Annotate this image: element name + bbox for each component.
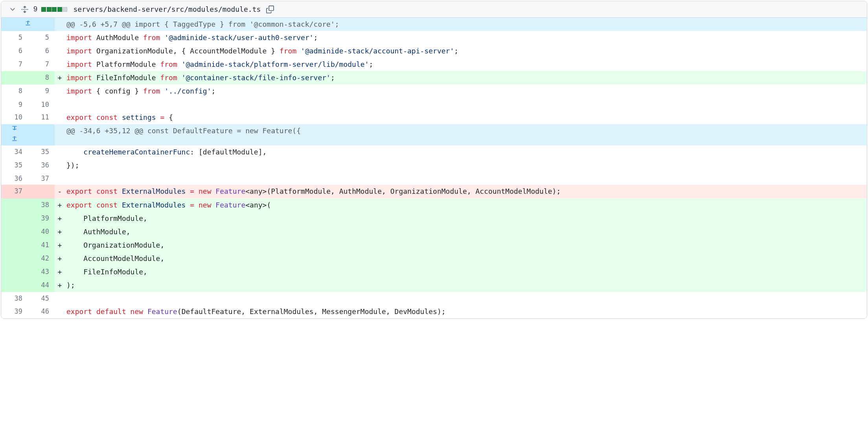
svg-point-6 — [13, 126, 14, 127]
copy-path-icon[interactable] — [266, 6, 274, 13]
line-number-old[interactable]: 38 — [1, 292, 28, 305]
svg-point-13 — [15, 140, 16, 141]
code-content[interactable]: FileInfoModule, — [65, 265, 867, 279]
svg-point-1 — [27, 25, 28, 26]
diff-line-addition: 38+export const ExternalModules = new Fe… — [1, 198, 867, 212]
code-content[interactable]: AccountModelModule, — [65, 252, 867, 265]
code-content[interactable]: }); — [65, 159, 867, 172]
line-number-new[interactable]: 6 — [28, 44, 55, 58]
hunk-header: @@ -34,6 +35,12 @@ const DefaultFeature … — [1, 124, 867, 135]
line-number-new[interactable]: 36 — [28, 159, 55, 172]
diff-marker: + — [55, 239, 65, 252]
svg-point-5 — [13, 126, 13, 127]
diff-table: @@ -5,6 +5,7 @@ import { TaggedType } fr… — [1, 18, 867, 318]
expand-up-button[interactable] — [1, 18, 55, 31]
diff-line-context: 1011export const settings = { — [1, 111, 867, 124]
line-number-new[interactable]: 41 — [28, 239, 55, 252]
diff-line-context: 910 — [1, 98, 867, 111]
line-number-new[interactable]: 35 — [28, 145, 55, 159]
line-number-new[interactable]: 38 — [28, 198, 55, 212]
diff-line-addition: 44+); — [1, 279, 867, 292]
diff-bar-add — [57, 7, 62, 12]
line-number-new[interactable]: 45 — [28, 292, 55, 305]
line-number-old[interactable]: 39 — [1, 305, 28, 318]
svg-point-4 — [29, 25, 30, 26]
code-content[interactable]: export const ExternalModules = new Featu… — [65, 185, 867, 198]
code-content[interactable]: export default new Feature(DefaultFeatur… — [65, 305, 867, 318]
code-content[interactable]: export const ExternalModules = new Featu… — [65, 198, 867, 212]
line-number-old[interactable]: 36 — [1, 172, 28, 185]
code-content[interactable]: AuthModule, — [65, 225, 867, 239]
diff-line-deletion: 37-export const ExternalModules = new Fe… — [1, 185, 867, 198]
diff-line-context: 77import PlatformModule from '@adminide-… — [1, 58, 867, 71]
file-path[interactable]: servers/backend-server/src/modules/modul… — [74, 5, 261, 13]
line-number-old[interactable]: 35 — [1, 159, 28, 172]
line-number-new[interactable]: 10 — [28, 98, 55, 111]
line-number-old[interactable] — [1, 225, 28, 239]
diff-marker: + — [55, 71, 65, 85]
svg-point-11 — [13, 140, 14, 141]
diff-marker — [55, 111, 65, 124]
code-content[interactable]: import FileInfoModule from '@container-s… — [65, 71, 867, 85]
line-number-old[interactable] — [1, 71, 28, 85]
expand-down-button[interactable] — [1, 124, 28, 135]
line-number-new[interactable]: 42 — [28, 252, 55, 265]
chevron-down-icon[interactable] — [9, 6, 16, 13]
line-number-new[interactable] — [28, 185, 55, 198]
line-number-old[interactable]: 6 — [1, 44, 28, 58]
diff-line-context: 89import { config } from '../config'; — [1, 85, 867, 98]
code-content[interactable] — [65, 98, 867, 111]
code-content[interactable] — [65, 172, 867, 185]
code-content[interactable]: import AuthModule from '@adminide-stack/… — [65, 31, 867, 44]
line-number-old[interactable] — [1, 265, 28, 279]
line-number-new[interactable]: 8 — [28, 71, 55, 85]
line-number-old[interactable]: 9 — [1, 98, 28, 111]
svg-point-2 — [28, 25, 28, 26]
code-content[interactable]: import { config } from '../config'; — [65, 85, 867, 98]
code-content[interactable]: OrganizationModule, — [65, 239, 867, 252]
line-number-old[interactable] — [1, 239, 28, 252]
code-content[interactable]: ); — [65, 279, 867, 292]
diff-line-count: 9 — [33, 5, 37, 13]
diff-marker: + — [55, 252, 65, 265]
line-number-old[interactable] — [1, 198, 28, 212]
line-number-old[interactable] — [1, 279, 28, 292]
line-number-new[interactable]: 37 — [28, 172, 55, 185]
line-number-old[interactable]: 10 — [1, 111, 28, 124]
line-number-old[interactable]: 37 — [1, 185, 28, 198]
svg-point-10 — [13, 140, 13, 141]
line-number-old[interactable]: 8 — [1, 85, 28, 98]
code-content[interactable]: export const settings = { — [65, 111, 867, 124]
expand-file-icon[interactable] — [21, 6, 29, 13]
line-number-new[interactable]: 5 — [28, 31, 55, 44]
diff-marker — [55, 292, 65, 305]
expand-up-button[interactable] — [1, 135, 28, 145]
code-content[interactable]: PlatformModule, — [65, 212, 867, 225]
svg-point-7 — [14, 126, 15, 127]
diff-marker — [55, 85, 65, 98]
svg-point-14 — [16, 140, 17, 141]
diff-line-addition: 42+ AccountModelModule, — [1, 252, 867, 265]
code-content[interactable]: import OrganizationModule, { AccountMode… — [65, 44, 867, 58]
line-number-old[interactable] — [1, 212, 28, 225]
hunk-text: @@ -34,6 +35,12 @@ const DefaultFeature … — [65, 124, 867, 145]
diff-marker — [55, 145, 65, 159]
code-content[interactable]: import PlatformModule from '@adminide-st… — [65, 58, 867, 71]
line-number-new[interactable]: 44 — [28, 279, 55, 292]
line-number-old[interactable] — [1, 252, 28, 265]
code-content[interactable]: createHemeraContainerFunc: [defaultModul… — [65, 145, 867, 159]
diff-line-context: 3637 — [1, 172, 867, 185]
line-number-new[interactable]: 40 — [28, 225, 55, 239]
line-number-old[interactable]: 34 — [1, 145, 28, 159]
line-number-new[interactable]: 39 — [28, 212, 55, 225]
line-number-old[interactable]: 7 — [1, 58, 28, 71]
line-number-new[interactable]: 43 — [28, 265, 55, 279]
line-number-new[interactable]: 11 — [28, 111, 55, 124]
diff-line-context: 3435 createHemeraContainerFunc: [default… — [1, 145, 867, 159]
svg-point-12 — [14, 140, 15, 141]
line-number-new[interactable]: 46 — [28, 305, 55, 318]
line-number-old[interactable]: 5 — [1, 31, 28, 44]
code-content[interactable] — [65, 292, 867, 305]
line-number-new[interactable]: 7 — [28, 58, 55, 71]
line-number-new[interactable]: 9 — [28, 85, 55, 98]
